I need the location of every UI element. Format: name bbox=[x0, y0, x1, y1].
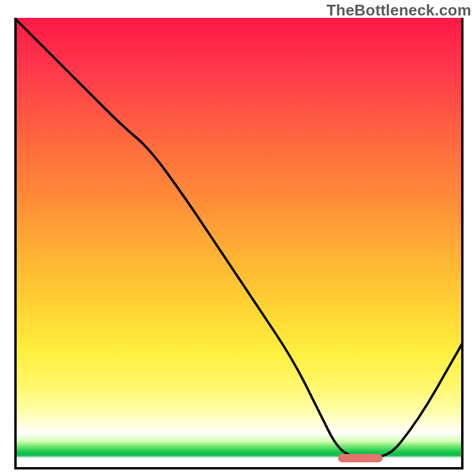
axis-right bbox=[461, 18, 464, 469]
axis-left bbox=[14, 18, 17, 467]
axis-bottom bbox=[14, 467, 464, 469]
bottleneck-curve-path bbox=[14, 18, 464, 458]
bottleneck-chart: TheBottleneck.com bbox=[0, 0, 476, 476]
optimal-range-marker bbox=[338, 454, 383, 462]
curve-svg bbox=[14, 18, 464, 467]
watermark-text: TheBottleneck.com bbox=[327, 1, 471, 20]
